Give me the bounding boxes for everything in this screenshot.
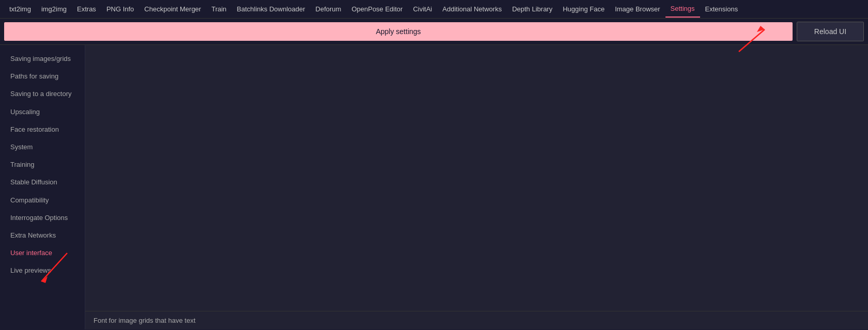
- nav-item-deforum[interactable]: Deforum: [311, 1, 347, 17]
- sidebar-item-training[interactable]: Training: [0, 156, 85, 174]
- sidebar-item-live-previews[interactable]: Live previews: [0, 262, 85, 279]
- nav-item-extras[interactable]: Extras: [72, 1, 101, 17]
- reload-ui-button[interactable]: Reload UI: [797, 22, 864, 41]
- content-main: [85, 45, 868, 311]
- sidebar-item-stable-diffusion[interactable]: Stable Diffusion: [0, 174, 85, 191]
- sidebar-item-extra-networks[interactable]: Extra Networks: [0, 227, 85, 244]
- nav-item-openpose-editor[interactable]: OpenPose Editor: [346, 1, 408, 17]
- nav-item-checkpoint-merger[interactable]: Checkpoint Merger: [139, 1, 206, 17]
- top-navigation: txt2imgimg2imgExtrasPNG InfoCheckpoint M…: [0, 0, 868, 19]
- content-footer: Font for image grids that have text: [85, 311, 868, 329]
- main-layout: Saving images/gridsPaths for savingSavin…: [0, 45, 868, 329]
- sidebar-item-saving-images/grids[interactable]: Saving images/grids: [0, 50, 85, 68]
- nav-item-hugging-face[interactable]: Hugging Face: [557, 1, 610, 17]
- sidebar-item-system[interactable]: System: [0, 138, 85, 156]
- apply-settings-button[interactable]: Apply settings: [4, 22, 793, 41]
- nav-item-batchlinks-downloader[interactable]: Batchlinks Downloader: [231, 1, 310, 17]
- nav-item-depth-library[interactable]: Depth Library: [507, 1, 557, 17]
- sidebar-item-upscaling[interactable]: Upscaling: [0, 103, 85, 121]
- nav-item-civitai[interactable]: CivitAi: [408, 1, 437, 17]
- footer-text: Font for image grids that have text: [94, 317, 195, 324]
- sidebar-item-interrogate-options[interactable]: Interrogate Options: [0, 209, 85, 227]
- toolbar: Apply settings Reload UI: [0, 19, 868, 45]
- sidebar-item-face-restoration[interactable]: Face restoration: [0, 121, 85, 138]
- sidebar-item-compatibility[interactable]: Compatibility: [0, 192, 85, 209]
- nav-item-png-info[interactable]: PNG Info: [101, 1, 139, 17]
- nav-item-txt2img[interactable]: txt2img: [4, 1, 36, 17]
- sidebar: Saving images/gridsPaths for savingSavin…: [0, 45, 85, 329]
- content-area: Font for image grids that have text: [85, 45, 868, 329]
- sidebar-item-saving-to-a-directory[interactable]: Saving to a directory: [0, 85, 85, 103]
- nav-item-img2img[interactable]: img2img: [36, 1, 72, 17]
- nav-item-additional-networks[interactable]: Additional Networks: [437, 1, 507, 17]
- nav-item-extensions[interactable]: Extensions: [700, 1, 743, 17]
- nav-item-train[interactable]: Train: [206, 1, 231, 17]
- sidebar-item-paths-for-saving[interactable]: Paths for saving: [0, 68, 85, 85]
- nav-item-settings[interactable]: Settings: [665, 1, 700, 18]
- nav-item-image-browser[interactable]: Image Browser: [610, 1, 665, 17]
- sidebar-item-user-interface[interactable]: User interface: [0, 244, 85, 262]
